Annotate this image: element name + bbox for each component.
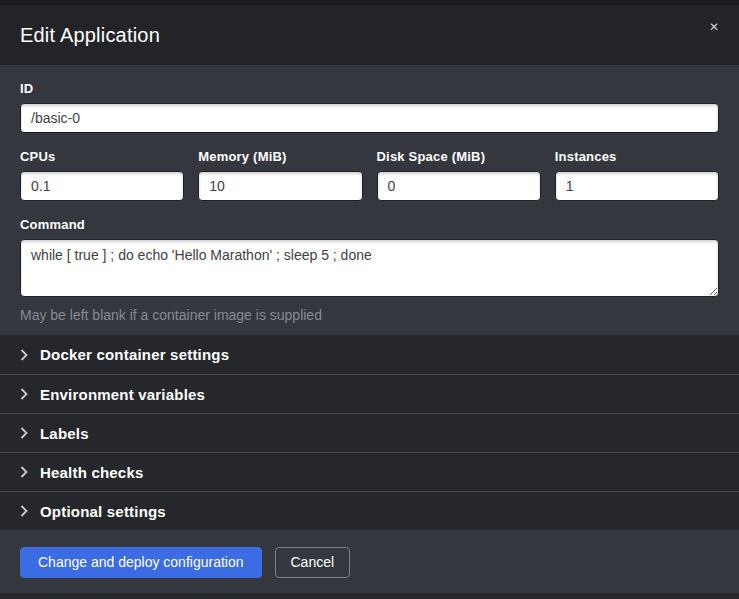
chevron-right-icon — [20, 388, 28, 400]
disk-space-input[interactable] — [377, 171, 541, 201]
chevron-right-icon — [20, 466, 28, 478]
cpus-label: CPUs — [20, 149, 184, 164]
id-field-group: ID — [20, 81, 719, 133]
section-label: Labels — [40, 425, 89, 442]
disk-space-field-group: Disk Space (MiB) — [377, 149, 541, 201]
backdrop-bottom — [0, 593, 739, 599]
section-label: Optional settings — [40, 503, 166, 520]
memory-label: Memory (MiB) — [198, 149, 362, 164]
resource-fields-row: CPUs Memory (MiB) Disk Space (MiB) Insta… — [20, 149, 719, 201]
modal-header: Edit Application ✕ — [0, 5, 739, 65]
instances-field-group: Instances — [555, 149, 719, 201]
chevron-right-icon — [20, 505, 28, 517]
close-icon[interactable]: ✕ — [705, 17, 723, 37]
edit-application-modal: Edit Application ✕ ID CPUs Memory (MiB) … — [0, 0, 739, 599]
command-help-text: May be left blank if a container image i… — [20, 307, 719, 323]
memory-field-group: Memory (MiB) — [198, 149, 362, 201]
instances-input[interactable] — [555, 171, 719, 201]
id-label: ID — [20, 81, 719, 96]
cpus-input[interactable] — [20, 171, 184, 201]
section-environment-variables[interactable]: Environment variables — [0, 374, 739, 413]
section-optional-settings[interactable]: Optional settings — [0, 491, 739, 530]
change-and-deploy-button[interactable]: Change and deploy configuration — [20, 547, 262, 578]
chevron-right-icon — [20, 427, 28, 439]
command-textarea[interactable]: while [ true ] ; do echo 'Hello Marathon… — [20, 239, 719, 297]
command-label: Command — [20, 217, 719, 232]
collapsible-sections: Docker container settings Environment va… — [0, 335, 739, 530]
memory-input[interactable] — [198, 171, 362, 201]
disk-space-label: Disk Space (MiB) — [377, 149, 541, 164]
modal-body: ID CPUs Memory (MiB) Disk Space (MiB) In… — [0, 65, 739, 335]
section-health-checks[interactable]: Health checks — [0, 452, 739, 491]
section-label: Environment variables — [40, 386, 205, 403]
cancel-button[interactable]: Cancel — [275, 547, 351, 578]
instances-label: Instances — [555, 149, 719, 164]
section-docker-container-settings[interactable]: Docker container settings — [0, 335, 739, 374]
chevron-right-icon — [20, 349, 28, 361]
id-input[interactable] — [20, 103, 719, 133]
section-label: Docker container settings — [40, 346, 229, 363]
command-field-group: Command while [ true ] ; do echo 'Hello … — [20, 217, 719, 323]
modal-title: Edit Application — [20, 24, 160, 47]
cpus-field-group: CPUs — [20, 149, 184, 201]
section-label: Health checks — [40, 464, 143, 481]
modal-footer: Change and deploy configuration Cancel — [0, 530, 739, 593]
section-labels[interactable]: Labels — [0, 413, 739, 452]
